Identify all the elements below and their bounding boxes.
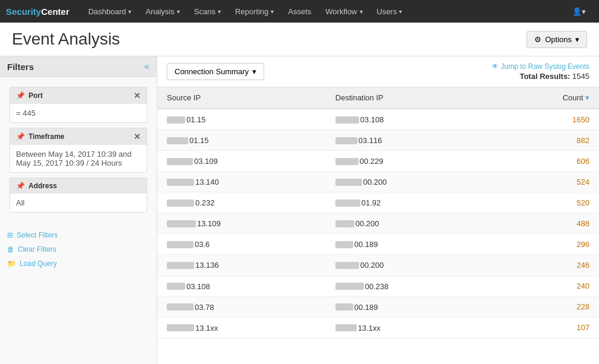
filter-port-value: = 445 xyxy=(10,104,147,122)
count-cell: 882 xyxy=(493,130,599,151)
table-row[interactable]: 13.14000.200524 xyxy=(157,172,599,192)
count-cell: 606 xyxy=(493,151,599,172)
total-results: Total Results: 1545 xyxy=(492,72,590,81)
table-row[interactable]: 13.1xx13.1xx107 xyxy=(157,317,599,338)
table-row[interactable]: 01.1503.116882 xyxy=(157,130,599,151)
eye-icon: 👁 xyxy=(492,62,499,71)
chevron-down-icon: ▾ xyxy=(575,35,579,44)
table-row[interactable]: 03.10800.238240 xyxy=(157,276,599,296)
count-cell: 1650 xyxy=(493,109,599,130)
source-ip-cell: 13.1xx xyxy=(157,317,326,338)
count-cell: 228 xyxy=(493,296,599,317)
table-header-row: Source IP Destination IP Count ▾ xyxy=(157,87,599,109)
filter-address-label: Address xyxy=(28,182,57,190)
pin-icon: 📌 xyxy=(16,91,25,100)
chevron-down-icon: ▾ xyxy=(218,8,221,15)
count-cell: 246 xyxy=(493,255,599,276)
jump-to-syslog-link[interactable]: Jump to Raw Syslog Events xyxy=(501,62,590,71)
chevron-down-icon: ▾ xyxy=(252,67,256,76)
content-area: Connection Summary ▾ 👁 Jump to Raw Syslo… xyxy=(157,56,599,364)
dest-ip-cell: 00.229 xyxy=(326,151,493,172)
filter-timeframe-value: Between May 14, 2017 10:39 and May 15, 2… xyxy=(10,145,147,172)
options-button[interactable]: ⚙ Options ▾ xyxy=(527,31,587,48)
count-cell: 240 xyxy=(493,276,599,296)
filter-port: 📌 Port ✕ = 445 xyxy=(9,87,147,123)
data-table: Source IP Destination IP Count ▾ 01.1503… xyxy=(157,87,599,338)
nav-scans[interactable]: Scans ▾ xyxy=(187,0,228,23)
nav-reporting[interactable]: Reporting ▾ xyxy=(228,0,281,23)
sort-icon: ▾ xyxy=(585,93,590,102)
chevron-down-icon: ▾ xyxy=(399,8,402,15)
dest-ip-cell: 00.238 xyxy=(326,276,493,296)
table-row[interactable]: 0.23201.92520 xyxy=(157,192,599,213)
table-row[interactable]: 03.600.189296 xyxy=(157,234,599,255)
source-ip-cell: 13.136 xyxy=(157,255,326,276)
count-cell: 488 xyxy=(493,213,599,234)
table-row[interactable]: 03.7800.189228 xyxy=(157,296,599,317)
filter-address: 📌 Address All xyxy=(9,178,147,213)
dest-ip-cell: 01.92 xyxy=(326,192,493,213)
nav-dashboard[interactable]: Dashboard ▾ xyxy=(81,0,139,23)
col-dest-ip: Destination IP xyxy=(326,87,493,109)
connection-summary-dropdown[interactable]: Connection Summary ▾ xyxy=(167,63,264,80)
chevron-down-icon: ▾ xyxy=(271,8,274,15)
content-toolbar: Connection Summary ▾ 👁 Jump to Raw Syslo… xyxy=(157,56,599,87)
chevron-down-icon: ▾ xyxy=(582,7,586,16)
filter-timeframe-header: 📌 Timeframe ✕ xyxy=(10,128,147,145)
count-cell: 107 xyxy=(493,317,599,338)
dest-ip-cell: 00.200 xyxy=(326,172,493,192)
folder-icon: 📁 xyxy=(7,259,16,268)
select-filters-action[interactable]: ⊞ Select Filters xyxy=(7,229,150,241)
dest-ip-cell: 00.200 xyxy=(326,255,493,276)
filter-timeframe-label: Timeframe xyxy=(28,132,64,141)
source-ip-cell: 03.109 xyxy=(157,151,326,172)
filter-timeframe-close[interactable]: ✕ xyxy=(134,132,141,141)
table-row[interactable]: 13.10900.200488 xyxy=(157,213,599,234)
main-layout: Filters « 📌 Port ✕ = 445 📌 xyxy=(0,56,599,364)
content-meta: 👁 Jump to Raw Syslog Events Total Result… xyxy=(492,62,590,81)
table-row[interactable]: 01.1503.1081650 xyxy=(157,109,599,130)
source-ip-cell: 01.15 xyxy=(157,109,326,130)
count-cell: 520 xyxy=(493,192,599,213)
sidebar: Filters « 📌 Port ✕ = 445 📌 xyxy=(0,56,157,364)
pin-icon: 📌 xyxy=(16,132,25,141)
load-query-action[interactable]: 📁 Load Query xyxy=(7,258,150,270)
col-count[interactable]: Count ▾ xyxy=(493,87,599,109)
source-ip-cell: 13.140 xyxy=(157,172,326,192)
filter-port-header: 📌 Port ✕ xyxy=(10,87,147,104)
page-title: Event Analysis xyxy=(12,30,120,49)
source-ip-cell: 13.109 xyxy=(157,213,326,234)
user-menu[interactable]: 👤 ▾ xyxy=(565,0,593,23)
count-cell: 524 xyxy=(493,172,599,192)
filter-address-header: 📌 Address xyxy=(10,178,147,194)
dest-ip-cell: 03.116 xyxy=(326,130,493,151)
dest-ip-cell: 00.189 xyxy=(326,296,493,317)
dest-ip-cell: 03.108 xyxy=(326,109,493,130)
source-ip-cell: 03.6 xyxy=(157,234,326,255)
pin-icon: 📌 xyxy=(16,182,25,190)
nav-users[interactable]: Users ▾ xyxy=(370,0,410,23)
source-ip-cell: 0.232 xyxy=(157,192,326,213)
col-source-ip: Source IP xyxy=(157,87,326,109)
nav-right: 👤 ▾ xyxy=(565,0,593,23)
filter-port-close[interactable]: ✕ xyxy=(134,91,141,100)
nav-assets[interactable]: Assets xyxy=(281,0,318,23)
sidebar-collapse-button[interactable]: « xyxy=(144,61,150,72)
dest-ip-cell: 13.1xx xyxy=(326,317,493,338)
clear-filters-action[interactable]: 🗑 Clear Filters xyxy=(7,243,150,255)
chevron-down-icon: ▾ xyxy=(360,8,363,15)
table-row[interactable]: 03.10900.229606 xyxy=(157,151,599,172)
trash-icon: 🗑 xyxy=(7,245,14,254)
nav-analysis[interactable]: Analysis ▾ xyxy=(138,0,186,23)
filter-timeframe: 📌 Timeframe ✕ Between May 14, 2017 10:39… xyxy=(9,128,147,173)
brand-logo[interactable]: SecurityCenter xyxy=(6,7,69,17)
sidebar-actions: ⊞ Select Filters 🗑 Clear Filters 📁 Load … xyxy=(0,222,157,277)
dest-ip-cell: 00.189 xyxy=(326,234,493,255)
page-header: Event Analysis ⚙ Options ▾ xyxy=(0,23,599,56)
nav-items: Dashboard ▾ Analysis ▾ Scans ▾ Reporting… xyxy=(81,0,565,23)
nav-workflow[interactable]: Workflow ▾ xyxy=(318,0,369,23)
top-navigation: SecurityCenter Dashboard ▾ Analysis ▾ Sc… xyxy=(0,0,599,23)
user-icon: 👤 xyxy=(572,7,582,16)
filter-icon: ⊞ xyxy=(7,231,13,239)
table-row[interactable]: 13.13600.200246 xyxy=(157,255,599,276)
